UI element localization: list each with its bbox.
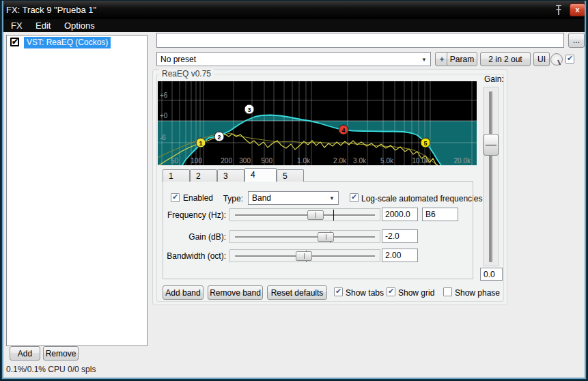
tab-band-2[interactable]: 2 (190, 169, 217, 182)
svg-text:2: 2 (217, 134, 221, 141)
svg-text:300: 300 (239, 157, 251, 165)
svg-text:3.0k: 3.0k (353, 157, 367, 165)
svg-text:50: 50 (171, 157, 179, 165)
svg-text:20.0k: 20.0k (454, 157, 471, 165)
more-button[interactable]: ... (568, 33, 585, 48)
eq-graph[interactable]: +6+0-6501002003005001.0k2.0k3.0k5.0k10.0… (158, 81, 477, 165)
reset-defaults-button[interactable]: Reset defaults (267, 285, 327, 300)
svg-text:-6: -6 (160, 134, 166, 141)
svg-text:100: 100 (191, 157, 202, 165)
comment-field[interactable] (156, 33, 564, 48)
tab-band-1[interactable]: 1 (163, 169, 190, 182)
ui-button[interactable]: UI (533, 52, 550, 66)
io-button[interactable]: 2 in 2 out (480, 52, 531, 66)
svg-text:+0: +0 (160, 112, 168, 119)
svg-text:500: 500 (261, 157, 272, 165)
remove-fx-button[interactable]: Remove (43, 346, 79, 361)
fx-list-item[interactable]: VST: ReaEQ (Cockos) (8, 37, 145, 48)
titlebar[interactable]: FX: Track 9 "Prueba 1" x (1, 1, 588, 19)
tab-band-4[interactable]: 4 (244, 168, 277, 182)
cpu-status: 0.1%/0.1% CPU 0/0 spls (6, 365, 96, 374)
param-button[interactable]: Param (447, 52, 477, 66)
gain-value-field[interactable]: 0.0 (480, 268, 503, 281)
show-tabs-checkbox[interactable] (334, 287, 343, 296)
window-title: FX: Track 9 "Prueba 1" (6, 5, 96, 15)
add-fx-button[interactable]: Add (10, 346, 40, 361)
gain-fader-groove (489, 91, 492, 262)
bypass-checkbox[interactable] (565, 55, 574, 63)
preset-combo[interactable]: No preset ▼ (156, 52, 431, 66)
gain-fader-label: Gain: (484, 74, 504, 84)
svg-text:+6: +6 (160, 91, 168, 99)
close-button[interactable]: x (570, 3, 585, 16)
band-tab-page (163, 181, 473, 279)
svg-text:200: 200 (221, 157, 232, 165)
show-phase-label: Show phase (455, 288, 500, 298)
wet-dry-knob-icon[interactable] (550, 53, 563, 66)
plugin-title: ReaEQ v0.75 (159, 69, 214, 79)
gain-fader-thumb[interactable] (484, 134, 499, 156)
band-marker-2[interactable]: 2 (214, 132, 224, 141)
chevron-down-icon: ▼ (421, 56, 427, 62)
svg-text:2.0k: 2.0k (333, 157, 347, 165)
tab-band-3[interactable]: 3 (217, 169, 244, 182)
svg-text:4: 4 (341, 127, 345, 134)
tab-band-5[interactable]: 5 (277, 169, 304, 182)
fx-item-label[interactable]: VST: ReaEQ (Cockos) (24, 37, 111, 48)
fx-enabled-checkbox[interactable] (10, 38, 19, 46)
menu-fx[interactable]: FX (11, 19, 23, 32)
remove-band-button[interactable]: Remove band (208, 285, 263, 300)
preset-value: No preset (160, 55, 196, 64)
svg-text:1: 1 (199, 140, 202, 147)
menu-edit[interactable]: Edit (36, 19, 51, 32)
svg-text:1.0k: 1.0k (297, 157, 311, 165)
show-phase-checkbox[interactable] (443, 287, 452, 296)
svg-text:3: 3 (247, 107, 251, 113)
band-marker-1[interactable]: 1 (196, 138, 206, 147)
svg-text:5.0k: 5.0k (380, 157, 394, 165)
band-marker-5[interactable]: 5 (421, 138, 430, 147)
band-marker-3[interactable]: 3 (244, 104, 254, 114)
menubar: FX Edit Options (1, 19, 588, 32)
pin-icon[interactable] (553, 4, 564, 16)
show-grid-label: Show grid (398, 288, 434, 298)
fx-chain-window: FX: Track 9 "Prueba 1" x FX Edit Options… (0, 0, 588, 381)
show-grid-checkbox[interactable] (387, 287, 395, 296)
svg-text:5: 5 (423, 140, 427, 147)
band-marker-4[interactable]: 4 (339, 125, 348, 135)
fx-chain-list[interactable]: VST: ReaEQ (Cockos) (6, 35, 148, 346)
show-tabs-label: Show tabs (346, 288, 384, 298)
menu-options[interactable]: Options (64, 19, 95, 32)
add-band-button[interactable]: Add band (163, 285, 204, 300)
